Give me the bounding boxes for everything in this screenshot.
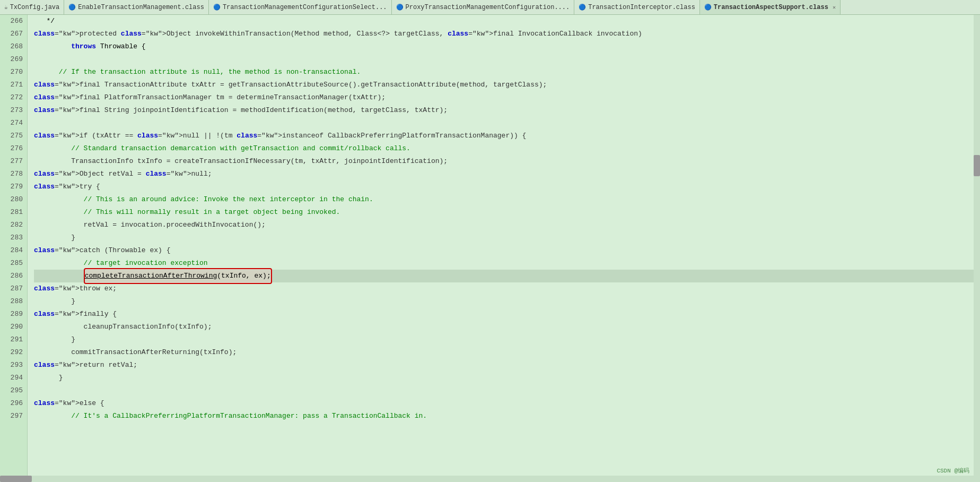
- line-numbers: 2662672682692702712722732742752762772782…: [0, 15, 28, 482]
- tab-bar: ☕TxConfig.java🔵EnableTransactionManageme…: [0, 0, 980, 15]
- tab-tab5[interactable]: 🔵TransactionInterceptor.class: [574, 0, 700, 14]
- line-number-288: 288: [4, 295, 23, 308]
- tab-close-tab6[interactable]: ✕: [833, 4, 836, 11]
- code-line-280: // This is an around advice: Invoke the …: [34, 193, 980, 206]
- line-number-285: 285: [4, 257, 23, 270]
- tab-tab3[interactable]: 🔵TransactionManagementConfigurationSelec…: [209, 0, 392, 14]
- line-number-279: 279: [4, 180, 23, 193]
- code-line-291: }: [34, 333, 980, 346]
- code-line-283: }: [34, 231, 980, 244]
- tab-icon-tab4: 🔵: [396, 4, 404, 11]
- code-line-294: }: [34, 372, 980, 384]
- code-line-275: class="kw">if (txAttr == class="kw">null…: [34, 130, 980, 142]
- line-number-274: 274: [4, 117, 23, 130]
- horizontal-scrollbar[interactable]: [0, 476, 974, 482]
- line-number-293: 293: [4, 359, 23, 372]
- tab-icon-tab1: ☕: [4, 4, 8, 11]
- line-number-294: 294: [4, 372, 23, 384]
- tab-icon-tab2: 🔵: [68, 4, 76, 11]
- tab-label-tab4: ProxyTransactionManagementConfiguration.…: [406, 4, 570, 11]
- code-line-281: // This will normally result in a target…: [34, 206, 980, 219]
- code-line-286: completeTransactionAfterThrowing(txInfo,…: [34, 270, 980, 282]
- code-line-278: class="kw">Object retVal = class="kw">nu…: [34, 168, 980, 180]
- code-line-290: cleanupTransactionInfo(txInfo);: [34, 321, 980, 333]
- scrollbar-thumb-v[interactable]: [974, 155, 980, 176]
- line-number-292: 292: [4, 346, 23, 359]
- line-number-267: 267: [4, 28, 23, 40]
- code-content[interactable]: */ class="kw">protected class="kw">Objec…: [28, 15, 980, 482]
- tab-tab1[interactable]: ☕TxConfig.java: [0, 0, 64, 14]
- code-line-274: [34, 117, 980, 130]
- line-number-297: 297: [4, 410, 23, 423]
- line-number-270: 270: [4, 66, 23, 79]
- line-number-286: 286: [4, 270, 23, 282]
- code-line-272: class="kw">final PlatformTransactionMana…: [34, 91, 980, 104]
- code-line-268: throws Throwable {: [34, 40, 980, 53]
- scrollbar-thumb-h[interactable]: [0, 476, 32, 482]
- code-line-288: }: [34, 295, 980, 308]
- line-number-271: 271: [4, 79, 23, 91]
- watermark: CSDN @编码: [937, 467, 969, 475]
- tab-label-tab3: TransactionManagementConfigurationSelect…: [223, 4, 387, 11]
- line-number-284: 284: [4, 244, 23, 257]
- line-number-269: 269: [4, 53, 23, 66]
- tab-label-tab5: TransactionInterceptor.class: [588, 4, 695, 11]
- code-line-287: class="kw">throw ex;: [34, 282, 980, 295]
- line-number-272: 272: [4, 91, 23, 104]
- line-number-266: 266: [4, 15, 23, 28]
- code-line-271: class="kw">final TransactionAttribute tx…: [34, 79, 980, 91]
- code-line-276: // Standard transaction demarcation with…: [34, 142, 980, 155]
- tab-tab4[interactable]: 🔵ProxyTransactionManagementConfiguration…: [392, 0, 575, 14]
- code-line-284: class="kw">catch (Throwable ex) {: [34, 244, 980, 257]
- vertical-scrollbar[interactable]: [974, 15, 980, 482]
- line-number-268: 268: [4, 40, 23, 53]
- line-number-277: 277: [4, 155, 23, 168]
- editor-area: 2662672682692702712722732742752762772782…: [0, 15, 980, 482]
- line-number-295: 295: [4, 384, 23, 397]
- code-line-277: TransactionInfo txInfo = createTransacti…: [34, 155, 980, 168]
- tab-icon-tab5: 🔵: [579, 4, 586, 11]
- line-number-296: 296: [4, 397, 23, 410]
- tab-tab6[interactable]: 🔵TransactionAspectSupport.class✕: [700, 0, 841, 14]
- line-number-280: 280: [4, 193, 23, 206]
- line-number-289: 289: [4, 308, 23, 321]
- code-line-297: // It's a CallbackPreferringPlatformTran…: [34, 410, 980, 423]
- line-number-283: 283: [4, 231, 23, 244]
- code-line-292: commitTransactionAfterReturning(txInfo);: [34, 346, 980, 359]
- line-number-291: 291: [4, 333, 23, 346]
- tab-tab2[interactable]: 🔵EnableTransactionManagement.class: [64, 0, 209, 14]
- code-line-293: class="kw">return retVal;: [34, 359, 980, 372]
- code-line-267: class="kw">protected class="kw">Object i…: [34, 28, 980, 40]
- tab-label-tab6: TransactionAspectSupport.class: [714, 4, 828, 11]
- code-line-295: [34, 384, 980, 397]
- code-container: 2662672682692702712722732742752762772782…: [0, 15, 980, 482]
- line-number-276: 276: [4, 142, 23, 155]
- tab-label-tab1: TxConfig.java: [10, 4, 60, 11]
- code-line-270: // If the transaction attribute is null,…: [34, 66, 980, 79]
- line-number-290: 290: [4, 321, 23, 333]
- tab-icon-tab3: 🔵: [213, 4, 221, 11]
- line-number-275: 275: [4, 130, 23, 142]
- line-number-273: 273: [4, 104, 23, 117]
- tab-icon-tab6: 🔵: [704, 4, 712, 11]
- code-line-296: class="kw">else {: [34, 397, 980, 410]
- line-number-278: 278: [4, 168, 23, 180]
- code-line-266: */: [34, 15, 980, 28]
- line-number-287: 287: [4, 282, 23, 295]
- code-line-273: class="kw">final String joinpointIdentif…: [34, 104, 980, 117]
- code-line-269: [34, 53, 980, 66]
- code-line-289: class="kw">finally {: [34, 308, 980, 321]
- code-line-279: class="kw">try {: [34, 180, 980, 193]
- code-line-282: retVal = invocation.proceedWithInvocatio…: [34, 219, 980, 231]
- line-number-282: 282: [4, 219, 23, 231]
- tab-label-tab2: EnableTransactionManagement.class: [78, 4, 204, 11]
- line-number-281: 281: [4, 206, 23, 219]
